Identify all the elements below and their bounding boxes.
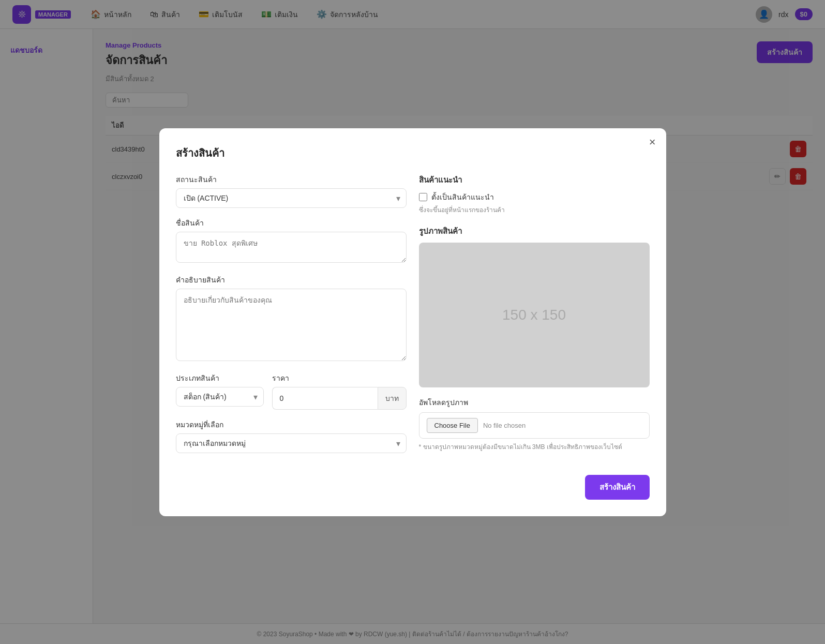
category-price-row: ประเภทสินค้า สต็อก (สินค้า) ราคา [176,372,407,419]
featured-checkbox-label: ตั้งเป็นสินค้าแนะนำ [431,191,494,203]
image-size-label: 150 x 150 [502,307,566,323]
group-select-group: หมวดหมู่ที่เลือก กรุณาเลือกหมวดหมู่ [176,419,407,453]
status-select-wrapper: เปิด (ACTIVE) ปิด (INACTIVE) [176,188,407,208]
modal-overlay: สร้างสินค้า × สถานะสินค้า เปิด (ACTIVE) … [0,0,825,644]
background-page: ❊ MANAGER 🏠 หน้าหลัก 🛍 สินค้า 💳 เติมโบนั… [0,0,825,644]
category-select-wrapper: สต็อก (สินค้า) [176,387,264,407]
modal: สร้างสินค้า × สถานะสินค้า เปิด (ACTIVE) … [159,128,666,516]
left-col: สถานะสินค้า เปิด (ACTIVE) ปิด (INACTIVE)… [176,174,407,462]
status-select[interactable]: เปิด (ACTIVE) ปิด (INACTIVE) [176,188,407,208]
group-select[interactable]: กรุณาเลือกหมวดหมู่ [176,433,407,453]
file-name-label: No file chosen [483,422,526,429]
featured-label: สินค้าแนะนำ [419,174,650,186]
submit-button[interactable]: สร้างสินค้า [585,475,650,500]
description-group: คำอธิบายสินค้า [176,274,407,363]
product-image-label: รูปภาพสินค้า [419,225,650,237]
category-select[interactable]: สต็อก (สินค้า) [176,387,264,407]
modal-title: สร้างสินค้า [176,145,650,161]
group-select-wrapper: กรุณาเลือกหมวดหมู่ [176,433,407,453]
group-label: หมวดหมู่ที่เลือก [176,419,407,430]
product-name-group: ชื่อสินค้า [176,217,407,265]
featured-checkbox-row: ตั้งเป็นสินค้าแนะนำ [419,191,650,203]
upload-group: อัพโหลดรูปภาพ Choose File No file chosen… [419,397,650,452]
product-name-label: ชื่อสินค้า [176,217,407,229]
description-label: คำอธิบายสินค้า [176,274,407,286]
right-col: สินค้าแนะนำ ตั้งเป็นสินค้าแนะนำ ซึ่งจะขึ… [419,174,650,462]
file-hint: * ขนาดรูปภาพหมวดหมู่ต้องมีขนาดไม่เกิน 3M… [419,442,650,452]
price-label: ราคา [272,372,407,384]
choose-file-button[interactable]: Choose File [427,418,478,433]
category-group: ประเภทสินค้า สต็อก (สินค้า) [176,372,264,410]
file-input-wrapper: Choose File No file chosen [419,412,650,439]
featured-checkbox[interactable] [419,193,427,201]
category-label: ประเภทสินค้า [176,372,264,384]
image-placeholder: 150 x 150 [419,243,650,387]
product-image-group: รูปภาพสินค้า 150 x 150 [419,225,650,387]
description-input[interactable] [176,289,407,361]
price-input[interactable] [272,387,378,410]
upload-label: อัพโหลดรูปภาพ [419,397,650,408]
product-name-input[interactable] [176,232,407,263]
price-input-wrapper: บาท [272,387,407,410]
featured-group: สินค้าแนะนำ ตั้งเป็นสินค้าแนะนำ ซึ่งจะขึ… [419,174,650,215]
modal-close-button[interactable]: × [649,137,656,148]
featured-hint: ซึ่งจะขึ้นอยู่ที่หน้าแรกของร้านค้า [419,205,650,215]
modal-body: สถานะสินค้า เปิด (ACTIVE) ปิด (INACTIVE)… [176,174,650,462]
status-group: สถานะสินค้า เปิด (ACTIVE) ปิด (INACTIVE) [176,174,407,208]
modal-footer: สร้างสินค้า [176,475,650,500]
status-label: สถานะสินค้า [176,174,407,185]
price-group: ราคา บาท [272,372,407,410]
price-unit: บาท [378,387,407,410]
